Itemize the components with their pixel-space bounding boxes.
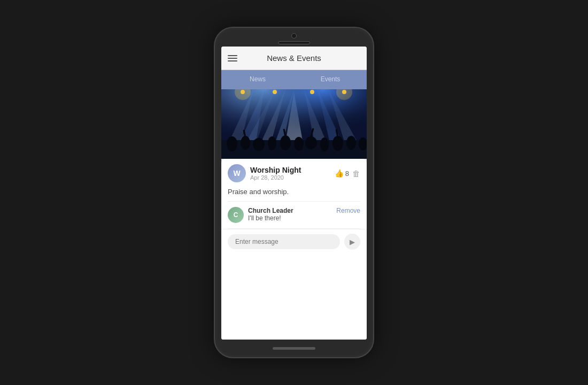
event-card: W Worship Night Apr 28, 2020 👍 8 🗑 bbox=[221, 159, 367, 340]
hamburger-menu-icon[interactable] bbox=[228, 55, 237, 61]
comment-section: C Church Leader I'll be there! Remove bbox=[221, 202, 367, 228]
message-input[interactable] bbox=[228, 234, 340, 249]
svg-point-13 bbox=[227, 136, 237, 151]
content-area: W Worship Night Apr 28, 2020 👍 8 🗑 bbox=[221, 89, 367, 340]
phone-speaker bbox=[278, 41, 310, 44]
remove-comment-button[interactable]: Remove bbox=[336, 207, 360, 214]
event-actions: 👍 8 🗑 bbox=[335, 169, 360, 178]
like-button[interactable]: 👍 8 bbox=[335, 169, 349, 178]
phone-shell: News & Events News Events bbox=[214, 27, 374, 358]
event-info: Worship Night Apr 28, 2020 bbox=[250, 166, 335, 181]
phone-top-bar bbox=[215, 28, 373, 44]
svg-point-22 bbox=[346, 136, 356, 150]
like-count: 8 bbox=[345, 170, 349, 178]
svg-point-20 bbox=[320, 137, 329, 151]
event-title: Worship Night bbox=[250, 166, 335, 174]
phone-home-bar bbox=[273, 347, 315, 350]
phone-bottom bbox=[215, 342, 373, 357]
svg-point-30 bbox=[310, 90, 314, 94]
event-avatar: W bbox=[228, 164, 246, 182]
comment-text: I'll be there! bbox=[248, 214, 332, 222]
thumbs-up-icon: 👍 bbox=[335, 169, 344, 178]
svg-point-17 bbox=[280, 135, 291, 150]
event-image bbox=[221, 89, 367, 159]
page-title: News & Events bbox=[243, 53, 345, 63]
event-date: Apr 28, 2020 bbox=[250, 174, 335, 181]
send-icon: ▶ bbox=[350, 238, 355, 246]
comment-content: Church Leader I'll be there! bbox=[248, 207, 332, 222]
svg-point-15 bbox=[253, 138, 265, 151]
tab-news[interactable]: News bbox=[221, 70, 294, 89]
svg-point-29 bbox=[273, 90, 277, 94]
svg-point-19 bbox=[305, 136, 317, 149]
svg-point-18 bbox=[294, 137, 304, 151]
send-button[interactable]: ▶ bbox=[344, 234, 360, 250]
svg-point-14 bbox=[241, 136, 250, 150]
comment-author: Church Leader bbox=[248, 207, 332, 214]
app-header: News & Events bbox=[221, 47, 367, 70]
phone-camera bbox=[291, 33, 297, 38]
delete-icon[interactable]: 🗑 bbox=[352, 169, 360, 178]
tab-bar: News Events bbox=[221, 70, 367, 89]
svg-point-21 bbox=[332, 136, 343, 151]
event-card-header: W Worship Night Apr 28, 2020 👍 8 🗑 bbox=[221, 159, 367, 186]
comment-avatar: C bbox=[228, 207, 244, 223]
svg-point-16 bbox=[268, 136, 276, 150]
message-input-area: ▶ bbox=[221, 229, 367, 254]
tab-events[interactable]: Events bbox=[294, 70, 367, 89]
phone-screen: News & Events News Events bbox=[221, 47, 367, 340]
event-description: Praise and worship. bbox=[221, 186, 367, 201]
